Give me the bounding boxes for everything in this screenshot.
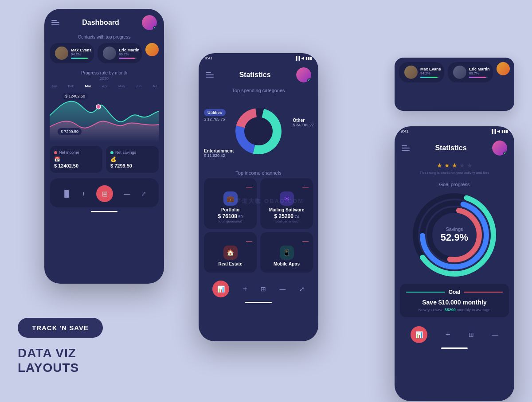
contact-card-eric[interactable]: Eric Martin 89.7% [98, 43, 142, 63]
contact-name-max-3: Max Evans [420, 67, 439, 71]
contact-bar-max-3 [420, 77, 439, 78]
contact-info-max-3: Max Evans 94.2% [420, 67, 439, 78]
realestate-minus-icon[interactable]: — [246, 238, 252, 244]
contact-card-max[interactable]: Max Evans 94.2% [50, 43, 94, 63]
nav-minus-btn-2[interactable]: — [280, 285, 286, 293]
bottom-nav: ▐▌ + ⊞ — ⤢ [50, 181, 159, 207]
portfolio-amount: $ 76108.50 [208, 213, 252, 219]
nav-grid-icon[interactable]: ⊞ [96, 185, 113, 202]
month-jul: Jul [153, 84, 157, 88]
contacts-row-3: Max Evans 94.2% Eric Martin 89.7% [395, 58, 514, 85]
contact-name-eric-3: Eric Martin [469, 67, 488, 71]
phone-statistics: 9:41 ▐▐ ◀ ▮▮▮ Statistics Top spending ca… [199, 53, 318, 341]
nav-plus-btn-2[interactable]: + [243, 285, 247, 294]
income-card-realestate[interactable]: — 🏠 Real Estate [204, 232, 257, 273]
mobileapps-name: Mobile Apps [265, 261, 309, 266]
nav-grid-btn-3[interactable]: ⊞ [469, 331, 474, 338]
chart-tooltip-bottom: $ 7299.50 [58, 128, 82, 135]
contact-pct-max-3: 94.2% [420, 71, 439, 75]
nav-indicator-3 [441, 347, 468, 349]
bottom-nav-2: 📊 + ⊞ — ⤢ [199, 276, 318, 302]
svg-point-0 [96, 105, 101, 109]
stat-label-income: Net income [54, 150, 98, 155]
avatar-2[interactable] [296, 67, 311, 82]
status-icons: ▐▐ ◀ ▮▮▮ [294, 56, 312, 60]
contact-card-eric-3[interactable]: Eric Martin 89.7% [448, 62, 493, 82]
nav-plus-icon[interactable]: + [82, 190, 85, 197]
goal-line-coral [464, 292, 503, 293]
nav-chart-btn-3[interactable]: 📊 [411, 326, 427, 343]
month-feb: Feb [68, 84, 74, 88]
status-time-3: 9:41 [401, 129, 409, 133]
realestate-name: Real Estate [208, 261, 252, 266]
goal-sub: Now you save $5290 monthly in average [406, 308, 503, 312]
statistics-title: Statistics [214, 71, 296, 79]
chart-title: Progress rate by month [50, 70, 159, 75]
menu-icon[interactable] [51, 20, 59, 25]
chart-section: Progress rate by month 2020 Jan Feb Mar … [44, 67, 164, 142]
mobileapps-minus-icon[interactable]: — [302, 238, 309, 244]
contact-info-eric: Eric Martin 89.7% [119, 48, 137, 59]
donut-section: Utilities $ 12.765.75 Other $ 34.102.27 … [199, 96, 318, 167]
bottom-nav-bg: ▐▌ + ⊞ — ⤢ [50, 178, 159, 207]
contact-name-max: Max Evans [71, 48, 89, 52]
portfolio-header: — [208, 183, 252, 190]
nav-chart-btn[interactable]: 📊 [212, 281, 229, 297]
nav-grid-btn-2[interactable]: ⊞ [261, 285, 266, 293]
circular-progress: Savings 52.9% [410, 191, 499, 279]
phone-contacts-partial: Max Evans 94.2% Eric Martin 89.7% [395, 58, 514, 111]
wave-chart: $ 12402.50 $ 7299.50 [50, 89, 159, 142]
nav-minus-btn-3[interactable]: — [492, 331, 498, 338]
contact-avatar-max-3 [404, 66, 418, 79]
contacts-title: Contacts with top progress [44, 33, 164, 43]
menu-icon-2[interactable] [206, 72, 214, 78]
dashboard-header: Dashboard [44, 9, 164, 33]
donut-label-utilities: Utilities $ 12.765.75 [204, 109, 226, 121]
bottom-nav-3: 📊 + ⊞ — [395, 322, 514, 347]
nav-minus-icon[interactable]: — [124, 190, 130, 197]
goal-label: Goal [449, 289, 461, 295]
stats-row: Net income 📅 $ 12402.50 Net savings 💰 $ … [44, 142, 164, 176]
mailing-icon: ✉ [280, 191, 294, 206]
month-mar[interactable]: Mar [85, 84, 91, 88]
goal-progress-title: Goal progress [395, 178, 514, 191]
mobileapps-header: — [265, 238, 309, 244]
stars-row: ★ ★ ★ ★ ★ [395, 158, 514, 171]
contact-bar-fill-max-3 [420, 77, 438, 78]
status-bar-3: 9:41 ▐▐ ◀ ▮▮▮ [395, 126, 514, 134]
portfolio-minus-icon[interactable]: — [246, 183, 252, 190]
nav-bars-icon[interactable]: ▐▌ [62, 190, 71, 197]
contact-info-max: Max Evans 94.2% [71, 48, 89, 59]
nav-expand-btn-2[interactable]: ⤢ [299, 285, 305, 293]
chart-year: 2020 [50, 76, 159, 81]
menu-icon-3[interactable] [402, 145, 410, 151]
nav-expand-icon[interactable]: ⤢ [141, 190, 146, 197]
star-3: ★ [452, 162, 458, 169]
star-5: ★ [467, 162, 473, 169]
portfolio-sub: total generated [208, 219, 252, 223]
portfolio-name: Portfolio [208, 207, 252, 212]
star-2: ★ [444, 162, 450, 169]
contact-bar-eric-3 [469, 77, 488, 78]
top-spending-title: Top spending categories [199, 85, 318, 96]
contact-bar-fill-eric [119, 58, 135, 59]
contact-avatar-extra-3 [497, 62, 510, 75]
contact-avatar-eric-3 [453, 66, 466, 79]
goal-line-teal [406, 292, 445, 293]
nav-indicator-2 [245, 302, 272, 303]
realestate-icon: 🏠 [223, 246, 238, 260]
avatar-3[interactable] [492, 141, 507, 156]
avatar[interactable] [142, 15, 157, 30]
mailing-minus-icon[interactable]: — [302, 183, 309, 190]
branding-section: TRACK 'N SAVE DATA VIZ LAYOUTS [18, 318, 103, 375]
income-card-mobileapps[interactable]: — 📱 Mobile Apps [260, 232, 313, 273]
contact-pct-eric: 89.7% [119, 52, 137, 56]
contact-card-max-3[interactable]: Max Evans 94.2% [399, 62, 444, 82]
mailing-sub: total generated [265, 219, 309, 223]
income-card-portfolio[interactable]: — 💼 Portfolio $ 76108.50 total generated [204, 178, 257, 229]
income-card-mailing[interactable]: — ✉ Mailing Software $ 25200.74 total ge… [260, 178, 313, 229]
stat-value-income: $ 12402.50 [54, 163, 98, 168]
nav-plus-btn-3[interactable]: + [446, 330, 450, 340]
goal-card: Goal Save $10.000 monthly Now you save $… [400, 284, 509, 317]
track-n-save-button[interactable]: TRACK 'N SAVE [18, 318, 103, 338]
